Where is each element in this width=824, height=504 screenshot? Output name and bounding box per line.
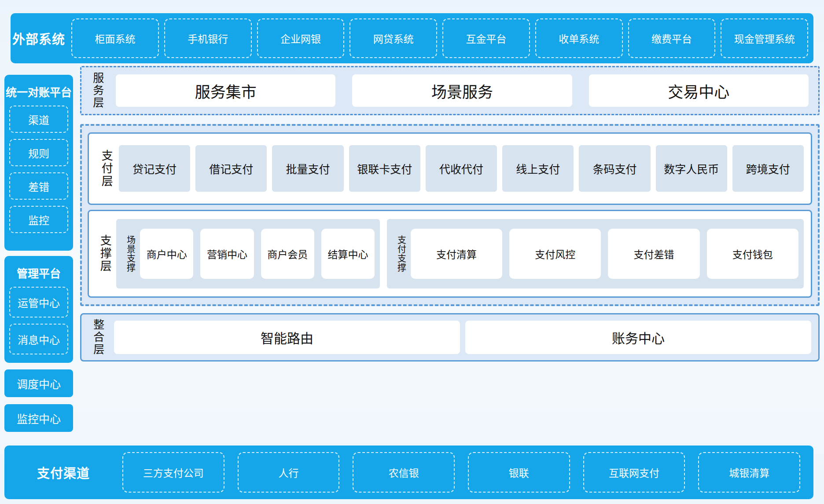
management-platform-items: 运管中心消息中心	[4, 281, 73, 354]
service-item: 交易中心	[589, 74, 809, 107]
external-system-item: 缴费平台	[628, 18, 716, 58]
external-system-item: 网贷系统	[349, 18, 437, 58]
service-layer-section: 服务层 服务集市场景服务交易中心	[80, 66, 820, 115]
service-layer-items: 服务集市场景服务交易中心	[116, 74, 809, 107]
sidebar-center-box: 监控中心	[4, 404, 73, 432]
reconciliation-platform-items: 渠道规则差错监控	[4, 99, 73, 233]
external-system-item: 收单系统	[535, 18, 623, 58]
payment-item: 借记支付	[195, 145, 267, 192]
external-systems-title: 外部系统	[11, 29, 67, 47]
pay-support-label: 支付支撑	[392, 235, 411, 272]
integration-layer-section: 整合层 智能路由账务中心	[80, 313, 820, 362]
payment-item: 贷记支付	[119, 145, 190, 192]
external-system-item: 手机银行	[164, 18, 252, 58]
payment-channel-item: 人行	[238, 452, 340, 493]
core-layers-wrapper: 支付层 贷记支付借记支付批量支付银联卡支付代收代付线上支付条码支付数字人民币跨境…	[80, 124, 820, 306]
payment-channels-items: 三方支付公司人行农信银银联互联网支付城银清算	[122, 452, 800, 493]
service-item: 场景服务	[352, 74, 572, 107]
payment-channel-item: 城银清算	[698, 452, 800, 493]
payment-item: 银联卡支付	[349, 145, 420, 192]
payment-channel-item: 互联网支付	[583, 452, 685, 493]
pay-support-group: 支付支撑 支付清算支付风控支付差错支付钱包	[387, 219, 804, 289]
payment-item: 代收代付	[426, 145, 497, 192]
payment-channels-bar: 支付渠道 三方支付公司人行农信银银联互联网支付城银清算	[4, 446, 813, 499]
sidebar-solo-boxes: 调度中心监控中心	[4, 369, 73, 432]
scene-support-items: 商户中心营销中心商户会员结算中心	[140, 229, 375, 279]
scene-support-item: 营销中心	[200, 229, 254, 279]
management-platform-panel: 管理平台 运管中心消息中心	[4, 256, 73, 363]
pay-support-item: 支付清算	[411, 229, 502, 279]
scene-support-item: 商户会员	[261, 229, 314, 279]
pay-support-item: 支付风控	[509, 229, 601, 279]
payment-item: 跨境支付	[732, 145, 804, 192]
reconciliation-platform-title: 统一对账平台	[4, 84, 73, 99]
management-item: 运管中心	[9, 287, 68, 318]
support-layer-groups: 场景支撑 商户中心营销中心商户会员结算中心 支付支撑 支付清算支付风控支付差错支…	[116, 219, 804, 289]
scene-support-item: 商户中心	[140, 229, 193, 279]
support-layer-label: 支撑层	[93, 234, 116, 273]
reconciliation-item: 渠道	[9, 106, 68, 133]
integration-item: 账务中心	[465, 321, 811, 354]
reconciliation-platform-panel: 统一对账平台 渠道规则差错监控	[4, 75, 73, 251]
payment-item: 批量支付	[272, 145, 343, 192]
payment-channel-item: 农信银	[353, 452, 455, 493]
reconciliation-item: 监控	[9, 206, 68, 233]
external-system-item: 企业网银	[257, 18, 345, 58]
integration-item: 智能路由	[114, 321, 460, 354]
external-system-item: 现金管理系统	[721, 18, 808, 58]
reconciliation-item: 规则	[9, 139, 68, 166]
payment-channels-title: 支付渠道	[4, 463, 122, 482]
payment-item: 线上支付	[502, 145, 574, 192]
pay-support-item: 支付差错	[608, 229, 699, 279]
integration-layer-items: 智能路由账务中心	[114, 321, 811, 354]
scene-support-item: 结算中心	[321, 229, 375, 279]
external-system-item: 柜面系统	[71, 18, 159, 58]
payment-layer-label: 支付层	[93, 150, 119, 188]
reconciliation-item: 差错	[9, 172, 68, 200]
service-layer-label: 服务层	[81, 72, 113, 109]
payment-item: 数字人民币	[656, 145, 727, 192]
payment-layer-items: 贷记支付借记支付批量支付银联卡支付代收代付线上支付条码支付数字人民币跨境支付	[119, 145, 804, 192]
management-platform-title: 管理平台	[4, 265, 73, 281]
pay-support-items: 支付清算支付风控支付差错支付钱包	[411, 229, 798, 279]
scene-support-group: 场景支撑 商户中心营销中心商户会员结算中心	[116, 219, 380, 289]
service-item: 服务集市	[116, 74, 335, 107]
sidebar-center-box: 调度中心	[4, 369, 73, 397]
external-systems-items: 柜面系统手机银行企业网银网贷系统互金平台收单系统缴费平台现金管理系统	[71, 18, 808, 58]
external-systems-bar: 外部系统 柜面系统手机银行企业网银网贷系统互金平台收单系统缴费平台现金管理系统	[11, 13, 813, 63]
payment-layer-section: 支付层 贷记支付借记支付批量支付银联卡支付代收代付线上支付条码支付数字人民币跨境…	[88, 132, 812, 205]
scene-support-label: 场景支撑	[121, 235, 140, 272]
payment-channel-item: 银联	[468, 452, 570, 493]
integration-layer-label: 整合层	[81, 319, 114, 356]
payment-channel-item: 三方支付公司	[122, 452, 224, 493]
pay-support-item: 支付钱包	[707, 229, 798, 279]
payment-item: 条码支付	[579, 145, 650, 192]
support-layer-section: 支撑层 场景支撑 商户中心营销中心商户会员结算中心 支付支撑 支付清算支付风控支…	[88, 210, 812, 298]
management-item: 消息中心	[9, 324, 68, 354]
external-system-item: 互金平台	[442, 18, 530, 58]
